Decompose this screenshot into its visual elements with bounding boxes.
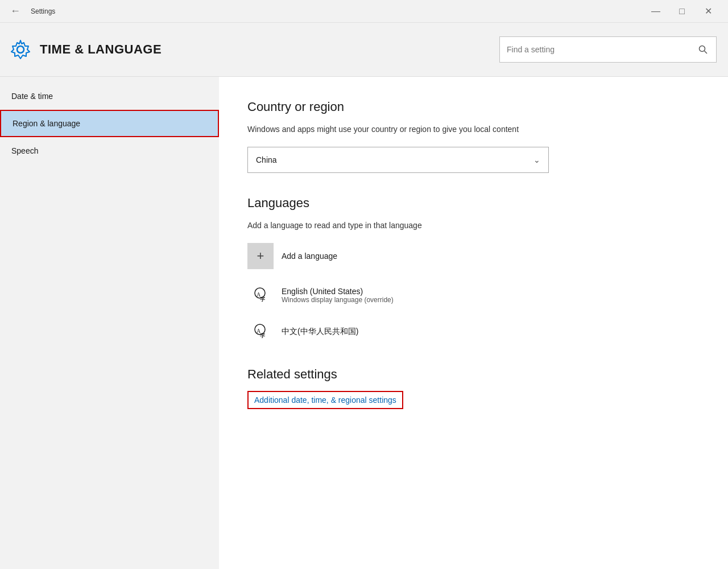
app-header: TIME & LANGUAGE [0,23,728,77]
language-icon-english: A 字 [247,283,272,308]
language-info-chinese: 中文(中华人民共和国) [282,327,358,337]
add-plus-icon: + [247,243,274,269]
back-button[interactable]: ← [7,3,24,20]
svg-line-2 [705,51,708,54]
language-info-english: English (United States) Windows display … [282,287,394,304]
svg-point-1 [700,46,705,52]
settings-gear-icon [9,38,32,61]
country-section-title: Country or region [247,100,700,114]
titlebar-title: Settings [31,7,55,15]
sidebar-item-date-time[interactable]: Date & time [0,83,219,110]
language-name-english: English (United States) [282,287,394,296]
svg-text:字: 字 [260,332,266,339]
titlebar-controls: ― □ ✕ [643,0,721,23]
chevron-down-icon: ⌄ [533,155,540,164]
close-button[interactable]: ✕ [695,0,721,23]
header-left: TIME & LANGUAGE [9,38,162,61]
related-settings-section: Related settings Additional date, time, … [247,367,700,409]
languages-section: Languages Add a language to read and typ… [247,196,700,344]
related-settings-link[interactable]: Additional date, time, & regional settin… [247,391,403,409]
minimize-button[interactable]: ― [643,0,669,23]
add-language-label: Add a language [282,251,337,261]
country-section: Country or region Windows and apps might… [247,100,700,173]
language-name-chinese: 中文(中华人民共和国) [282,327,358,337]
titlebar: ← Settings ― □ ✕ [0,0,728,23]
language-item-chinese[interactable]: A 字 中文(中华人民共和国) [247,319,700,344]
related-settings-title: Related settings [247,367,700,382]
sidebar-item-speech[interactable]: Speech [0,137,219,164]
country-section-desc: Windows and apps might use your country … [247,123,700,135]
svg-point-0 [17,46,24,53]
add-language-button[interactable]: + Add a language [247,243,700,269]
language-item-english[interactable]: A 字 English (United States) Windows disp… [247,283,700,308]
maximize-button[interactable]: □ [669,0,695,23]
search-icon [698,45,708,54]
search-box[interactable] [499,36,717,63]
language-icon-chinese: A 字 [247,319,272,344]
languages-section-desc: Add a language to read and type in that … [247,220,700,232]
country-dropdown[interactable]: China ⌄ [247,147,549,173]
sidebar-item-region-language[interactable]: Region & language [0,110,219,137]
titlebar-left: ← Settings [7,3,55,20]
language-sub-english: Windows display language (override) [282,296,394,304]
country-dropdown-text: China [256,155,277,164]
svg-text:字: 字 [260,296,266,302]
main-layout: Date & time Region & language Speech Cou… [0,77,728,569]
languages-section-title: Languages [247,196,700,211]
search-icon-button[interactable] [690,36,716,63]
main-content: Country or region Windows and apps might… [219,77,728,569]
sidebar: Date & time Region & language Speech [0,77,219,569]
search-input[interactable] [500,45,690,54]
page-title: TIME & LANGUAGE [40,42,162,57]
